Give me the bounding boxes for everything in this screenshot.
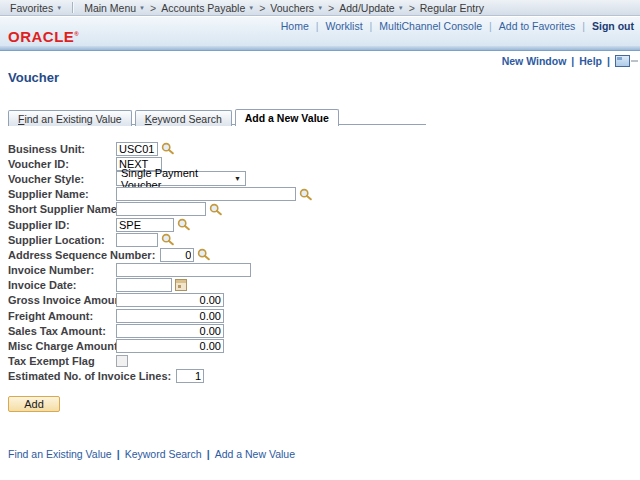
add-to-favorites-link[interactable]: Add to Favorites bbox=[499, 20, 575, 32]
form-row-supplier-location: Supplier Location: bbox=[8, 232, 312, 247]
form-row-estimated-invoice-lines: Estimated No. of Invoice Lines: bbox=[8, 369, 312, 384]
page-action-bar: New Window | Help | bbox=[502, 55, 630, 67]
breadcrumb-label: Accounts Payable bbox=[161, 2, 245, 14]
breadcrumb-separator: > bbox=[259, 2, 265, 14]
lookup-icon[interactable] bbox=[209, 203, 222, 216]
tab-label: Add a New Value bbox=[245, 112, 329, 124]
field-label: Supplier Location: bbox=[8, 234, 116, 246]
lookup-icon[interactable] bbox=[299, 188, 312, 201]
form-row-sales-tax-amount: Sales Tax Amount: bbox=[8, 323, 312, 338]
chevron-down-icon: ▼ bbox=[139, 5, 145, 11]
chevron-down-icon: ▼ bbox=[398, 5, 404, 11]
tab-add-a-new-value[interactable]: Add a New Value bbox=[235, 109, 339, 126]
invoice-number-input[interactable] bbox=[116, 263, 251, 277]
footer-links: Find an Existing Value | Keyword Search … bbox=[8, 448, 295, 460]
address-sequence-number-input[interactable] bbox=[160, 248, 194, 262]
field-label: Voucher ID: bbox=[8, 158, 116, 170]
misc-charge-amount-input[interactable] bbox=[116, 339, 224, 353]
form-row-address-sequence-number: Address Sequence Number: bbox=[8, 247, 312, 262]
lookup-icon[interactable] bbox=[197, 248, 210, 261]
form-row-misc-charge-amount: Misc Charge Amount: bbox=[8, 338, 312, 353]
link-separator: | bbox=[207, 448, 210, 460]
page-title: Voucher bbox=[8, 70, 59, 85]
form-row-supplier-name: Supplier Name: bbox=[8, 187, 312, 202]
breadcrumb-add-update[interactable]: Add/Update ▼ bbox=[339, 2, 403, 14]
access-key: K bbox=[145, 113, 152, 125]
supplier-location-input[interactable] bbox=[116, 233, 158, 247]
main-menu-label: Main Menu bbox=[84, 2, 136, 14]
field-label: Supplier ID: bbox=[8, 219, 116, 231]
worklist-link[interactable]: Worklist bbox=[325, 20, 362, 32]
field-label: Invoice Date: bbox=[8, 279, 116, 291]
field-label: Business Unit: bbox=[8, 143, 116, 155]
breadcrumb-vouchers[interactable]: Vouchers ▼ bbox=[270, 2, 323, 14]
favorites-menu[interactable]: Favorites ▼ bbox=[10, 2, 62, 14]
personalize-page-icon[interactable] bbox=[615, 55, 630, 67]
link-separator: | bbox=[607, 55, 610, 67]
sales-tax-amount-input[interactable] bbox=[116, 324, 224, 338]
oracle-logo-text: ORACLE bbox=[8, 28, 74, 45]
short-supplier-name-input[interactable] bbox=[116, 202, 206, 216]
breadcrumb-label: Add/Update bbox=[339, 2, 394, 14]
footer-find-an-existing-value-link[interactable]: Find an Existing Value bbox=[8, 448, 112, 460]
link-separator: | bbox=[117, 448, 120, 460]
form-row-voucher-style: Voucher Style: Single Payment Voucher ▼ bbox=[8, 171, 312, 186]
field-label: Freight Amount: bbox=[8, 310, 116, 322]
add-button[interactable]: Add bbox=[8, 396, 60, 412]
link-separator: | bbox=[316, 20, 319, 32]
multichannel-console-link[interactable]: MultiChannel Console bbox=[379, 20, 482, 32]
window-edge-dash bbox=[631, 60, 638, 62]
breadcrumb-separator: > bbox=[328, 2, 334, 14]
tab-find-an-existing-value[interactable]: Find an Existing Value bbox=[8, 110, 132, 126]
favorites-label: Favorites bbox=[10, 2, 53, 14]
form-row-invoice-number: Invoice Number: bbox=[8, 263, 312, 278]
home-link[interactable]: Home bbox=[281, 20, 309, 32]
breadcrumb-divider bbox=[72, 2, 74, 13]
field-label: Misc Charge Amount: bbox=[8, 340, 116, 352]
tab-keyword-search[interactable]: Keyword Search bbox=[135, 110, 232, 126]
breadcrumb-separator: > bbox=[150, 2, 156, 14]
help-link[interactable]: Help bbox=[579, 55, 602, 67]
lookup-icon[interactable] bbox=[177, 218, 190, 231]
estimated-invoice-lines-input[interactable] bbox=[176, 369, 204, 383]
supplier-id-input[interactable] bbox=[116, 218, 174, 232]
breadcrumb: Favorites ▼ Main Menu ▼ > Accounts Payab… bbox=[0, 0, 640, 16]
business-unit-input[interactable] bbox=[116, 142, 158, 156]
calendar-icon[interactable] bbox=[175, 279, 187, 291]
breadcrumb-accounts-payable[interactable]: Accounts Payable ▼ bbox=[161, 2, 254, 14]
link-separator: | bbox=[489, 20, 492, 32]
lookup-icon[interactable] bbox=[161, 142, 174, 155]
breadcrumb-regular-entry[interactable]: Regular Entry bbox=[420, 2, 484, 14]
oracle-logo: ORACLE® bbox=[8, 28, 79, 45]
voucher-style-select[interactable]: Single Payment Voucher ▼ bbox=[116, 171, 246, 186]
footer-keyword-search-link[interactable]: Keyword Search bbox=[125, 448, 202, 460]
field-label: Gross Invoice Amount: bbox=[8, 294, 116, 306]
chevron-down-icon: ▼ bbox=[317, 5, 323, 11]
field-label: Estimated No. of Invoice Lines: bbox=[8, 370, 171, 382]
invoice-date-input[interactable] bbox=[116, 278, 172, 292]
chevron-down-icon: ▼ bbox=[56, 5, 62, 11]
new-window-link[interactable]: New Window bbox=[502, 55, 567, 67]
footer-add-a-new-value-link[interactable]: Add a New Value bbox=[215, 448, 295, 460]
tab-label: ind an Existing Value bbox=[24, 113, 121, 125]
form-row-freight-amount: Freight Amount: bbox=[8, 308, 312, 323]
form-row-business-unit: Business Unit: bbox=[8, 141, 312, 156]
freight-amount-input[interactable] bbox=[116, 309, 224, 323]
chevron-down-icon: ▼ bbox=[248, 5, 254, 11]
main-menu[interactable]: Main Menu ▼ bbox=[84, 2, 145, 14]
sign-out-link[interactable]: Sign out bbox=[592, 20, 634, 32]
breadcrumb-label: Vouchers bbox=[270, 2, 314, 14]
gross-invoice-amount-input[interactable] bbox=[116, 293, 224, 307]
field-label: Address Sequence Number: bbox=[8, 249, 155, 261]
voucher-add-page: Favorites ▼ Main Menu ▼ > Accounts Payab… bbox=[0, 0, 640, 480]
supplier-name-input[interactable] bbox=[116, 187, 296, 201]
form-row-invoice-date: Invoice Date: bbox=[8, 278, 312, 293]
lookup-icon[interactable] bbox=[161, 233, 174, 246]
form-row-gross-invoice-amount: Gross Invoice Amount: bbox=[8, 293, 312, 308]
tax-exempt-checkbox[interactable] bbox=[116, 355, 128, 367]
add-new-value-form: Business Unit: Voucher ID: Voucher Style… bbox=[8, 141, 312, 384]
form-row-tax-exempt-flag: Tax Exempt Flag bbox=[8, 354, 312, 369]
field-label: Voucher Style: bbox=[8, 173, 116, 185]
search-tabs: Find an Existing Value Keyword Search Ad… bbox=[8, 109, 342, 126]
link-separator: | bbox=[571, 55, 574, 67]
